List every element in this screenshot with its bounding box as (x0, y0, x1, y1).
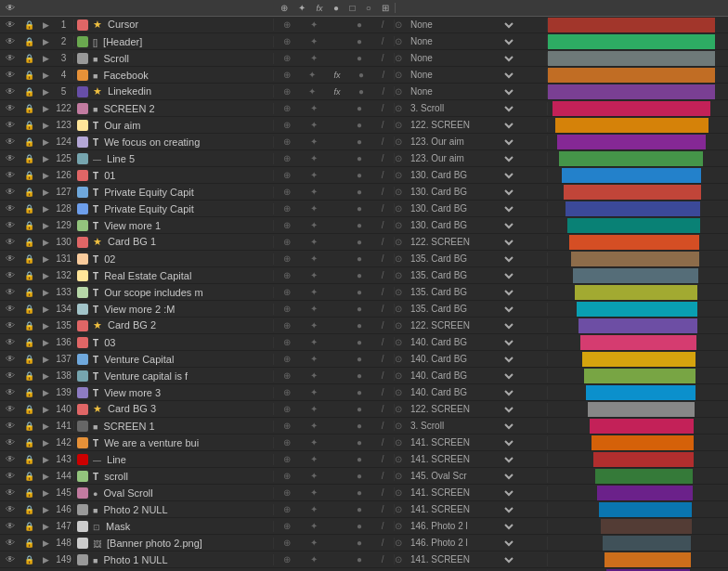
anchor-icon[interactable]: ⊕ (283, 421, 291, 431)
pen-icon[interactable]: / (382, 337, 384, 347)
layer-row[interactable]: 👁 🔒 ▶ 133 T Our scope includes m ⊕ ✦ ● /… (0, 284, 728, 301)
layer-name-cell[interactable]: T View more 1 (91, 220, 274, 231)
pen-icon[interactable]: / (382, 53, 384, 63)
lock-icon[interactable]: 🔒 (20, 204, 37, 214)
layer-name-cell[interactable]: T Our scope includes m (91, 287, 274, 298)
visibility-toggle[interactable]: 👁 (0, 120, 20, 130)
visibility-toggle[interactable]: 👁 (0, 187, 20, 197)
parent-dropdown[interactable]: 140. Card BG (405, 353, 516, 366)
visibility-toggle[interactable]: 👁 (0, 86, 20, 97)
opacity-icon[interactable]: ● (357, 253, 362, 264)
layer-row[interactable]: 👁 🔒 ▶ 2 [] [Header] ⊕ ✦ ● / ⊙ None (0, 33, 728, 50)
visibility-toggle[interactable]: 👁 (0, 538, 20, 548)
anchor-icon[interactable]: ⊕ (283, 153, 291, 163)
expand-arrow[interactable]: ▶ (37, 171, 54, 180)
layer-name-cell[interactable]: T Venture capital is f (91, 370, 274, 382)
layer-row[interactable]: 👁 🔒 ▶ 139 T View more 3 ⊕ ✦ ● / ⊙ 140. C… (0, 384, 728, 401)
expand-arrow[interactable]: ▶ (37, 355, 54, 364)
layer-name-cell[interactable]: ■ Photo 1 NULL (91, 554, 274, 565)
expand-arrow[interactable]: ▶ (37, 505, 54, 514)
position-icon[interactable]: ✦ (310, 253, 318, 264)
expand-arrow[interactable]: ▶ (37, 305, 54, 314)
expand-arrow[interactable]: ▶ (37, 104, 54, 113)
expand-arrow[interactable]: ▶ (37, 20, 54, 30)
anchor-icon[interactable]: ⊕ (283, 270, 291, 280)
parent-dropdown[interactable]: 122. SCREEN (405, 403, 516, 416)
lock-icon[interactable]: 🔒 (20, 104, 37, 113)
fx-icon[interactable]: fx (334, 87, 341, 97)
opacity-icon[interactable]: ● (357, 421, 362, 431)
lock-icon[interactable]: 🔒 (20, 20, 37, 30)
layer-row[interactable]: 👁 🔒 ▶ 125 — Line 5 ⊕ ✦ ● / ⊙ 123. Our ai… (0, 150, 728, 167)
parent-dropdown[interactable]: None (405, 85, 516, 98)
layer-name-cell[interactable]: ■ Scroll (91, 53, 274, 64)
layer-name-cell[interactable]: ★ Card BG 3 (91, 403, 274, 415)
anchor-icon[interactable]: ⊕ (283, 170, 291, 180)
position-icon[interactable]: ✦ (310, 437, 318, 448)
lock-icon[interactable]: 🔒 (20, 455, 37, 464)
opacity-icon[interactable]: ● (357, 554, 362, 565)
opacity-icon[interactable]: ● (357, 103, 362, 113)
anchor-icon[interactable]: ⊕ (283, 437, 291, 448)
visibility-toggle[interactable]: 👁 (0, 19, 20, 30)
lock-icon[interactable]: 🔒 (20, 54, 37, 63)
pen-icon[interactable]: / (382, 437, 384, 448)
visibility-toggle[interactable]: 👁 (0, 504, 20, 514)
position-icon[interactable]: ✦ (310, 454, 318, 464)
position-icon[interactable]: ✦ (310, 187, 318, 197)
lock-icon[interactable]: 🔒 (20, 37, 37, 46)
anchor-icon[interactable]: ⊕ (283, 36, 291, 46)
position-icon[interactable]: ✦ (310, 304, 318, 314)
expand-arrow[interactable]: ▶ (37, 204, 54, 214)
anchor-icon[interactable]: ⊕ (283, 487, 291, 498)
lock-icon[interactable]: 🔒 (20, 371, 37, 381)
expand-arrow[interactable]: ▶ (37, 539, 54, 548)
position-icon[interactable]: ✦ (310, 203, 318, 214)
visibility-toggle[interactable]: 👁 (0, 320, 20, 331)
layer-name-cell[interactable]: T Private Equity Capit (91, 187, 274, 198)
visibility-toggle[interactable]: 👁 (0, 471, 20, 481)
layer-name-cell[interactable]: — Line 5 (91, 153, 274, 164)
layer-name-cell[interactable]: ★ Cursor (91, 19, 274, 31)
position-icon[interactable]: ✦ (310, 320, 318, 331)
pen-icon[interactable]: / (382, 220, 384, 230)
lock-icon[interactable]: 🔒 (20, 488, 37, 498)
lock-icon[interactable]: 🔒 (20, 305, 37, 314)
expand-arrow[interactable]: ▶ (37, 221, 54, 230)
pen-icon[interactable]: / (382, 387, 384, 397)
anchor-icon[interactable]: ⊕ (283, 304, 291, 314)
opacity-icon[interactable]: ● (357, 337, 362, 347)
layer-row[interactable]: 👁 🔒 ▶ 1 ★ Cursor ⊕ ✦ ● / ⊙ None (0, 17, 728, 33)
parent-dropdown[interactable]: 130. Card BG (405, 186, 516, 199)
parent-dropdown[interactable]: None (405, 52, 516, 65)
lock-icon[interactable]: 🔒 (20, 221, 37, 230)
layer-name-cell[interactable]: ■ SCREEN 2 (91, 103, 274, 114)
visibility-toggle[interactable]: 👁 (0, 337, 20, 347)
opacity-icon[interactable]: ● (357, 287, 362, 297)
layer-row[interactable]: 👁 🔒 ▶ 137 T Venture Capital ⊕ ✦ ● / ⊙ 14… (0, 351, 728, 368)
parent-dropdown[interactable]: None (405, 35, 516, 48)
layer-row[interactable]: 👁 🔒 ▶ 149 ■ Photo 1 NULL ⊕ ✦ ● / ⊙ 141. … (0, 552, 728, 568)
lock-icon[interactable]: 🔒 (20, 154, 37, 163)
anchor-icon[interactable]: ⊕ (283, 504, 291, 514)
position-icon[interactable]: ✦ (310, 19, 318, 30)
anchor-icon[interactable]: ⊕ (283, 136, 291, 147)
visibility-toggle[interactable]: 👁 (0, 136, 20, 147)
opacity-icon[interactable]: ● (357, 454, 362, 464)
pen-icon[interactable]: / (382, 136, 384, 147)
layer-row[interactable]: 👁 🔒 ▶ 144 T scroll ⊕ ✦ ● / ⊙ 145. Oval S… (0, 468, 728, 485)
lock-icon[interactable]: 🔒 (20, 137, 37, 147)
position-icon[interactable]: ✦ (310, 153, 318, 163)
anchor-icon[interactable]: ⊕ (283, 521, 291, 531)
visibility-toggle[interactable]: 👁 (0, 153, 20, 163)
parent-dropdown[interactable]: 123. Our aim (405, 152, 516, 165)
layer-name-cell[interactable]: ★ Linekedin (91, 85, 274, 97)
opacity-icon[interactable]: ● (357, 53, 362, 63)
lock-icon[interactable]: 🔒 (20, 121, 37, 130)
layer-name-cell[interactable]: 🖼 [Banner photo 2.png] (91, 538, 274, 549)
position-icon[interactable]: ✦ (310, 36, 318, 46)
lock-icon[interactable]: 🔒 (20, 388, 37, 397)
opacity-icon[interactable]: ● (357, 521, 362, 531)
visibility-toggle[interactable]: 👁 (0, 387, 20, 397)
opacity-icon[interactable]: ● (357, 404, 362, 414)
